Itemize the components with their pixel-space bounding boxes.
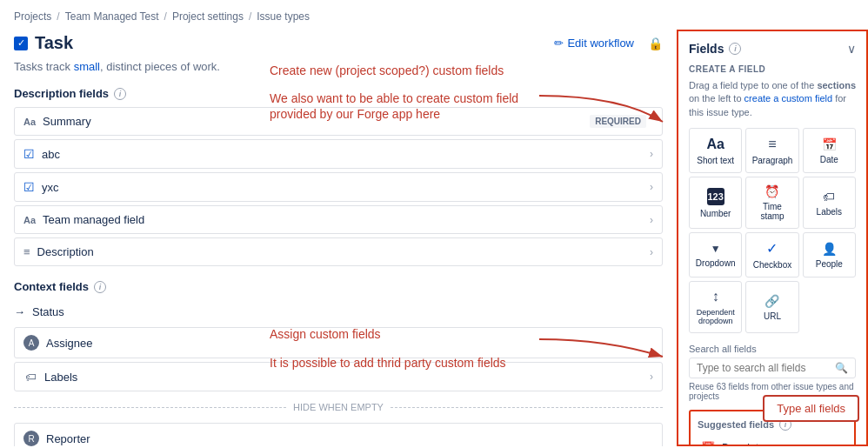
date-icon: 📅 [822, 137, 837, 151]
field-type-url[interactable]: 🔗 URL [745, 281, 798, 333]
suggested-fields-section: Suggested fields i 📅 Due date 📅 Start da… [689, 410, 856, 446]
url-icon: 🔗 [765, 294, 779, 308]
field-type-dropdown[interactable]: ▼ Dropdown [689, 232, 742, 277]
field-label: Labels [44, 371, 77, 384]
field-label: Description [37, 245, 94, 258]
divider-right [391, 407, 663, 408]
labels-icon: 🏷 [823, 190, 835, 204]
field-row-abc[interactable]: ☑ abc › [14, 139, 663, 169]
field-type-label: Short text [697, 156, 734, 165]
hide-when-empty-divider: HIDE WHEN EMPTY [14, 402, 663, 412]
field-type-label: Time stamp [750, 202, 794, 221]
paragraph-icon: ≡ [23, 245, 30, 258]
field-label: Reporter [46, 432, 90, 445]
chevron-right-icon: › [650, 148, 653, 160]
header-actions: ✏ Edit workflow 🔒 [547, 33, 663, 53]
fields-info-icon[interactable]: i [729, 43, 741, 55]
context-fields-info-icon[interactable]: i [94, 281, 106, 293]
avatar-icon: A [23, 335, 39, 351]
field-row-assignee[interactable]: A Assignee [14, 327, 663, 358]
field-type-dependent-dropdown[interactable]: ↕ Dependent dropdown [689, 281, 742, 333]
field-label: yxc [42, 181, 59, 194]
issue-header: Task ✏ Edit workflow 🔒 [14, 30, 663, 60]
field-label: Team managed field [43, 213, 144, 226]
page-title: Task [35, 33, 73, 53]
description-fields-info-icon[interactable]: i [114, 88, 126, 100]
field-type-timestamp[interactable]: ⏰ Time stamp [745, 177, 798, 229]
field-row-description[interactable]: ≡ Description › [14, 237, 663, 266]
issue-title-row: Task [14, 33, 73, 53]
suggested-info-icon[interactable]: i [779, 418, 791, 431]
context-fields-section: Context fields i [14, 280, 663, 293]
field-row-yxc[interactable]: ☑ yxc › [14, 172, 663, 202]
paragraph-icon: ≡ [768, 137, 776, 152]
pencil-icon: ✏ [554, 37, 564, 50]
chevron-right-icon: › [650, 371, 653, 383]
chevron-down-button[interactable]: ∨ [847, 42, 856, 56]
tag-icon: 🏷 [23, 370, 37, 384]
field-row-content: Aa Summary [23, 115, 590, 128]
description-fields-section: Description fields i [14, 87, 663, 100]
dropdown-icon: ▼ [711, 243, 721, 255]
field-type-label: People [816, 259, 843, 269]
suggested-item-due-date[interactable]: 📅 Due date [698, 436, 847, 446]
search-section: Search all fields 🔍 Reuse 63 fields from… [689, 344, 856, 401]
field-type-label: Dependent dropdown [693, 308, 738, 325]
avatar-icon: R [23, 431, 39, 446]
field-label: Assignee [46, 337, 92, 350]
field-row-status[interactable]: → Status [14, 300, 663, 324]
field-type-label: Labels [817, 207, 842, 217]
field-type-label: Paragraph [752, 156, 793, 165]
field-row-team-managed[interactable]: Aa Team managed field › [14, 205, 663, 234]
description-fields-label: Description fields [14, 87, 109, 100]
issue-description: Tasks track small, distinct pieces of wo… [14, 60, 663, 73]
field-row-reporter[interactable]: R Reporter [14, 423, 663, 446]
field-type-number[interactable]: 123 Number [689, 177, 742, 229]
breadcrumb-projects[interactable]: Projects [14, 10, 51, 23]
text-icon: Aa [23, 215, 36, 225]
create-field-desc: Drag a field type to one of the sections… [689, 79, 856, 119]
field-type-label: Dropdown [696, 258, 736, 268]
field-type-people[interactable]: 👤 People [803, 232, 856, 277]
field-type-paragraph[interactable]: ≡ Paragraph [745, 128, 798, 173]
search-input-wrap: 🔍 [689, 358, 856, 378]
lock-icon: 🔒 [648, 37, 663, 50]
required-badge: REQUIRED [590, 115, 646, 128]
suggested-fields-label: Suggested fields [698, 419, 774, 430]
field-type-short-text[interactable]: Aa Short text [689, 128, 742, 173]
field-label: Status [32, 305, 64, 318]
field-row-labels[interactable]: 🏷 Labels › [14, 362, 663, 391]
chevron-right-icon: › [650, 246, 653, 258]
search-input[interactable] [697, 362, 835, 374]
field-type-label: Date [820, 155, 838, 164]
arrow-right-icon: → [14, 305, 25, 318]
suggested-item-label: Due date [722, 442, 765, 446]
right-panel: Fields i ∨ CREATE A FIELD Drag a field t… [677, 30, 868, 446]
short-text-icon: Aa [706, 137, 724, 152]
date-icon: 📅 [701, 441, 715, 446]
breadcrumb-project[interactable]: Team Managed Test [65, 10, 159, 23]
field-type-checkbox[interactable]: ✓ Checkbox [745, 232, 798, 277]
field-types-grid: Aa Short text ≡ Paragraph 📅 Date 123 Num… [689, 128, 856, 333]
chevron-right-icon: › [650, 214, 653, 226]
breadcrumb: Projects / Team Managed Test / Project s… [0, 0, 868, 30]
breadcrumb-settings[interactable]: Project settings [172, 10, 244, 23]
hide-label: HIDE WHEN EMPTY [293, 402, 384, 412]
checkbox-icon: ☑ [23, 147, 35, 161]
suggested-header: Suggested fields i [698, 418, 847, 431]
number-icon: 123 [707, 188, 724, 205]
field-type-label: Number [700, 209, 731, 218]
chevron-right-icon: › [650, 181, 653, 193]
field-type-date[interactable]: 📅 Date [803, 128, 856, 173]
field-label: Summary [43, 115, 91, 128]
clock-icon: ⏰ [765, 184, 779, 198]
field-row-summary[interactable]: Aa Summary REQUIRED [14, 107, 663, 136]
field-type-labels[interactable]: 🏷 Labels [803, 177, 856, 229]
search-icon: 🔍 [835, 362, 848, 374]
edit-workflow-button[interactable]: ✏ Edit workflow [547, 33, 641, 53]
search-hint: Reuse 63 fields from other issue types a… [689, 382, 856, 401]
left-panel: Task ✏ Edit workflow 🔒 Tasks track small… [0, 30, 677, 446]
issue-type-checkbox [14, 37, 28, 50]
text-icon: Aa [23, 117, 36, 127]
people-icon: 👤 [822, 242, 837, 256]
